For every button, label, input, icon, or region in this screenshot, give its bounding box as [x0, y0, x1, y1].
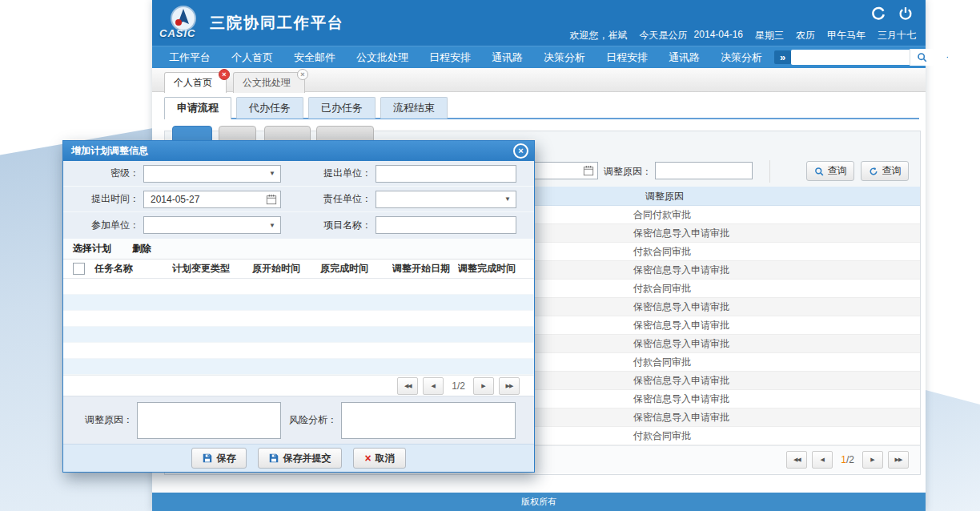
calendar-icon[interactable] [266, 194, 277, 205]
save-and-submit-button[interactable]: 保存并提交 [258, 448, 342, 469]
main-nav: 工作平台个人首页安全邮件公文批处理日程安排通讯路决策分析日程安排通讯路决策分析 … [152, 46, 926, 68]
first-page-button[interactable]: ◀◀ [786, 451, 807, 469]
gear-icon [944, 52, 951, 62]
dialog-bottom-form: 调整原因： 风险分析： [63, 396, 534, 444]
casic-logo: CASIC [159, 5, 206, 42]
refresh-icon[interactable] [871, 6, 886, 21]
nav-search [791, 49, 934, 66]
select-plan-link[interactable]: 选择计划 [73, 239, 111, 259]
plan-empty-row [63, 279, 534, 295]
last-page-button[interactable]: ▶▶ [888, 451, 909, 469]
nav-item[interactable]: 日程安排 [419, 50, 481, 65]
dialog-footer: 保存 保存并提交 × 取消 [63, 444, 534, 472]
next-page-button[interactable]: ▶ [473, 377, 494, 395]
security-level-label: 密级： [63, 167, 143, 180]
settings-button[interactable]: 设置 [944, 44, 968, 71]
dialog-close-icon[interactable]: × [513, 143, 528, 159]
security-level-select[interactable]: ▼ [143, 165, 281, 183]
nav-item[interactable]: 决策分析 [533, 50, 596, 65]
nav-items: 工作平台个人首页安全邮件公文批处理日程安排通讯路决策分析日程安排通讯路决策分析 [159, 50, 773, 65]
cancel-button[interactable]: × 取消 [353, 448, 405, 469]
project-name-label: 项目名称： [302, 219, 376, 232]
reset-query-button[interactable]: 查询 [861, 161, 909, 181]
nav-item[interactable]: 日程安排 [596, 50, 658, 65]
nav-item[interactable]: 公文批处理 [346, 50, 419, 65]
page: CASIC 三院协同工作平台 欢迎您，崔斌 今天是公历 2014-04-16 星… [0, 0, 980, 511]
floppy-save-icon [203, 453, 212, 463]
propose-time-label: 提出时间： [63, 192, 143, 206]
propose-unit-label: 提出单位： [302, 167, 376, 180]
search-input[interactable] [791, 50, 910, 65]
nav-item[interactable]: 通讯路 [481, 50, 533, 65]
nav-more-button[interactable]: » [774, 50, 791, 64]
lunar-label: 农历 [796, 29, 815, 42]
join-unit-select[interactable]: ▼ [143, 216, 281, 234]
duty-unit-select[interactable]: ▼ [376, 191, 516, 208]
first-page-button[interactable]: ◀◀ [397, 377, 418, 395]
delete-link[interactable]: 删除 [132, 239, 151, 259]
risk-analysis-textarea[interactable] [341, 402, 516, 439]
project-name-input[interactable] [376, 216, 516, 234]
app-title: 三院协同工作平台 [210, 13, 344, 34]
select-all-checkbox[interactable] [73, 263, 85, 275]
search-button[interactable] [910, 49, 934, 66]
last-page-button[interactable]: ▶▶ [499, 377, 520, 395]
plan-empty-row [63, 343, 534, 359]
cancel-x-icon: × [364, 453, 371, 464]
weekday-text: 星期三 [755, 29, 784, 42]
process-tab[interactable]: 代办任务 [236, 97, 303, 119]
process-tab[interactable]: 流程结束 [380, 97, 448, 119]
next-page-button[interactable]: ▶ [862, 451, 883, 469]
propose-time-date-input[interactable]: 2014-05-27 [143, 191, 281, 208]
plan-pagination-bar: ◀◀ ◀ 1/2 ▶ ▶▶ [63, 375, 534, 396]
header-info-bar: 欢迎您，崔斌 今天是公历 2014-04-16 星期三 农历 甲午马年 三月十七 [570, 29, 916, 42]
nav-item[interactable]: 个人首页 [221, 50, 283, 65]
close-tab-icon[interactable]: × [219, 69, 230, 80]
prev-page-button[interactable]: ◀ [423, 377, 444, 395]
nav-item[interactable]: 决策分析 [710, 50, 773, 65]
filter-reason-input[interactable] [655, 162, 753, 179]
dialog-header[interactable]: 增加计划调整信息 × [63, 141, 534, 161]
process-tab[interactable]: 申请流程 [164, 97, 231, 119]
dialog-title: 增加计划调整信息 [71, 141, 148, 161]
chevron-down-icon: ▼ [269, 170, 280, 177]
floppy-save-icon [269, 453, 279, 463]
nav-item[interactable]: 安全邮件 [283, 50, 346, 65]
process-tab[interactable]: 已办任务 [308, 97, 376, 119]
window-tab[interactable]: 公文批处理 × [233, 72, 305, 93]
plan-toolbar: 选择计划 删除 [63, 239, 534, 260]
page-indicator: 1/2 [841, 454, 854, 465]
plan-empty-row [63, 327, 534, 343]
plan-table-header: 任务名称计划变更类型原开始时间原完成时间调整开始日期调整完成时间 [63, 260, 534, 279]
plan-column-header: 原完成时间 [320, 262, 392, 276]
adjust-reason-textarea[interactable] [137, 402, 281, 439]
nav-item[interactable]: 通讯路 [658, 50, 710, 65]
window-tab[interactable]: 个人首页 × [164, 72, 227, 93]
filter-divider [769, 160, 770, 183]
save-button[interactable]: 保存 [191, 448, 247, 469]
calendar-icon[interactable] [583, 165, 594, 176]
plan-empty-row [63, 359, 534, 375]
plan-table-section: 选择计划 删除 任务名称计划变更类型原开始时间原完成时间调整开始日期调整完成时间… [63, 239, 534, 396]
copyright-footer: 版权所有 [152, 493, 926, 511]
process-tabs: 申请流程代办任务已办任务流程结束 [164, 97, 448, 119]
propose-unit-input[interactable] [376, 165, 516, 183]
nav-item[interactable]: 工作平台 [159, 50, 221, 65]
filter-reason-label: 调整原因： [604, 165, 652, 179]
gregorian-date: 今天是公历 2014-04-16 [640, 29, 743, 42]
close-tab-icon[interactable]: × [297, 69, 308, 80]
logo-brand-text: CASIC [159, 27, 195, 39]
welcome-text: 欢迎您，崔斌 [570, 29, 628, 42]
app-header: CASIC 三院协同工作平台 欢迎您，崔斌 今天是公历 2014-04-16 星… [152, 0, 926, 46]
plan-column-header: 原开始时间 [252, 262, 320, 276]
plan-column-header: 调整开始日期 [392, 262, 458, 276]
query-button[interactable]: 查询 [806, 161, 854, 181]
power-icon[interactable] [898, 6, 913, 21]
plan-column-header: 任务名称 [94, 262, 172, 276]
header-icons [871, 6, 913, 21]
chevron-down-icon: ▼ [504, 195, 516, 203]
plan-empty-row [63, 295, 534, 311]
lunar-day: 三月十七 [878, 29, 916, 42]
refresh-icon [869, 167, 878, 176]
prev-page-button[interactable]: ◀ [812, 451, 833, 469]
